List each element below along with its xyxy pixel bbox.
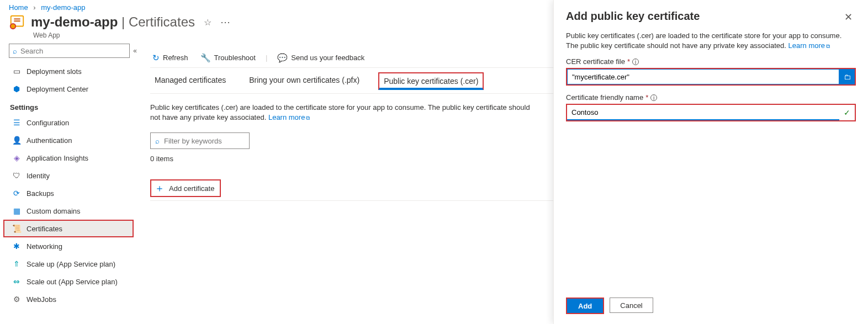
scale-up-icon: ⇑ <box>12 259 21 268</box>
file-field-label: CER certificate file* i <box>566 57 856 66</box>
slots-icon: ▭ <box>12 67 21 76</box>
flyout-learn-more-link[interactable]: Learn more⧉ <box>788 41 830 50</box>
certificates-icon: 📜 <box>12 224 21 233</box>
friendly-name-input[interactable] <box>567 105 839 120</box>
feedback-button[interactable]: 💬Send us your feedback <box>275 51 367 65</box>
sidebar: ⌕ « ▭ Deployment slots ⬢ Deployment Cent… <box>0 44 139 318</box>
folder-icon: 🗀 <box>844 73 851 81</box>
flyout-panel: Add public key certificate ✕ Public key … <box>553 0 868 324</box>
certificate-icon <box>9 14 25 30</box>
sidebar-item-configuration[interactable]: ☰ Configuration <box>9 114 137 131</box>
collapse-sidebar-icon[interactable]: « <box>133 47 137 55</box>
sidebar-item-deployment-slots[interactable]: ▭ Deployment slots <box>9 62 137 80</box>
more-menu-icon[interactable]: ⋯ <box>220 16 230 28</box>
search-icon: ⌕ <box>13 47 17 55</box>
sidebar-item-application-insights[interactable]: ◈ Application Insights <box>9 149 137 167</box>
check-icon: ✓ <box>844 108 850 117</box>
svg-point-3 <box>10 24 15 29</box>
tab-public-key-certificates[interactable]: Public key certificates (.cer) <box>378 72 484 90</box>
deployment-center-icon: ⬢ <box>12 84 21 93</box>
troubleshoot-button[interactable]: 🔧Troubleshoot <box>198 51 258 65</box>
sidebar-item-identity[interactable]: 🛡 Identity <box>9 167 137 184</box>
filter-box[interactable]: ⌕ <box>150 132 250 149</box>
feedback-icon: 💬 <box>277 53 288 63</box>
sidebar-item-custom-domains[interactable]: ▦ Custom domains <box>9 202 137 220</box>
tab-description: Public key certificates (.cer) are loade… <box>150 103 537 123</box>
external-link-icon: ⧉ <box>826 43 830 49</box>
sidebar-item-deployment-center[interactable]: ⬢ Deployment Center <box>9 80 137 98</box>
webjobs-icon: ⚙ <box>12 295 21 304</box>
sidebar-search[interactable]: ⌕ <box>9 44 130 58</box>
sidebar-section-settings: Settings <box>10 103 137 111</box>
add-button[interactable]: Add <box>566 298 604 314</box>
toolbar-separator: | <box>266 54 267 62</box>
sidebar-item-certificates[interactable]: 📜 Certificates <box>3 220 134 237</box>
sidebar-item-webjobs[interactable]: ⚙ WebJobs <box>9 290 137 308</box>
domains-icon: ▦ <box>12 206 21 215</box>
add-certificate-button[interactable]: ＋ Add certificate <box>150 179 221 197</box>
breadcrumb-app[interactable]: my-demo-app <box>41 3 85 12</box>
browse-file-button[interactable]: 🗀 <box>839 69 855 84</box>
friendly-name-label: Certificate friendly name* i <box>566 93 856 102</box>
refresh-button[interactable]: ↻Refresh <box>150 51 190 65</box>
networking-icon: ✱ <box>12 242 21 251</box>
close-icon: ✕ <box>844 12 853 23</box>
plus-icon: ＋ <box>155 182 165 195</box>
authentication-icon: 👤 <box>12 136 21 145</box>
cer-file-input[interactable] <box>567 69 839 84</box>
search-icon: ⌕ <box>155 137 160 145</box>
tab-managed-certificates[interactable]: Managed certificates <box>150 72 230 90</box>
flyout-description: Public key certificates (.cer) are loade… <box>566 31 856 51</box>
info-icon[interactable]: i <box>632 59 639 65</box>
filter-input[interactable] <box>164 137 245 145</box>
scale-out-icon: ⇔ <box>12 277 21 286</box>
backups-icon: ⟳ <box>12 189 21 198</box>
breadcrumb-home[interactable]: Home <box>9 3 28 12</box>
favorite-star-icon[interactable]: ☆ <box>204 17 211 28</box>
info-icon[interactable]: i <box>650 94 657 101</box>
app-insights-icon: ◈ <box>12 153 21 162</box>
sidebar-item-networking[interactable]: ✱ Networking <box>9 237 137 255</box>
sidebar-item-backups[interactable]: ⟳ Backups <box>9 184 137 202</box>
refresh-icon: ↻ <box>152 53 160 63</box>
troubleshoot-icon: 🔧 <box>200 53 211 63</box>
identity-icon: 🛡 <box>12 171 21 180</box>
cancel-button[interactable]: Cancel <box>610 298 653 313</box>
sidebar-search-input[interactable] <box>20 47 126 55</box>
flyout-title: Add public key certificate <box>566 10 700 23</box>
page-title: my-demo-app | Certificates <box>31 14 195 30</box>
sidebar-item-scale-out[interactable]: ⇔ Scale out (App Service plan) <box>9 273 137 290</box>
close-button[interactable]: ✕ <box>841 10 856 24</box>
tab-byo-certificates[interactable]: Bring your own certificates (.pfx) <box>245 72 364 90</box>
sidebar-item-scale-up[interactable]: ⇑ Scale up (App Service plan) <box>9 255 137 273</box>
external-link-icon: ⧉ <box>306 115 310 121</box>
configuration-icon: ☰ <box>12 118 21 127</box>
learn-more-link[interactable]: Learn more⧉ <box>268 113 310 121</box>
sidebar-item-authentication[interactable]: 👤 Authentication <box>9 131 137 149</box>
breadcrumb-separator: › <box>33 3 35 12</box>
